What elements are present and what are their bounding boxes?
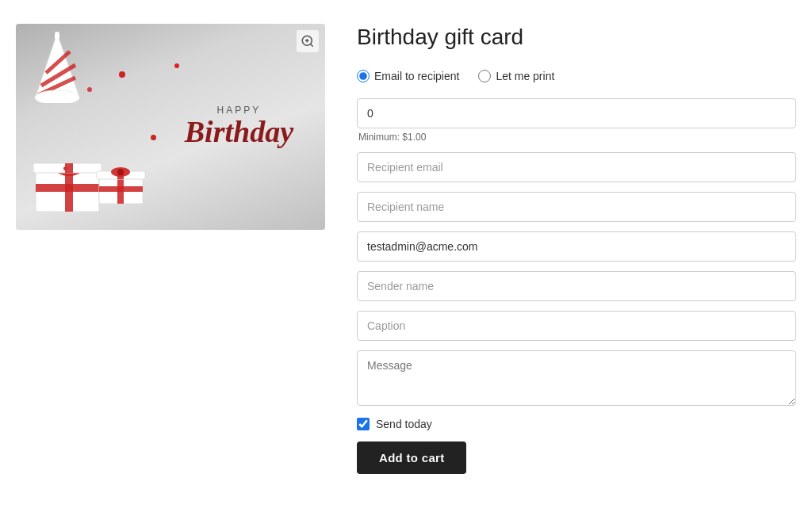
recipient-name-input[interactable] [357,192,796,222]
sender-name-input[interactable] [357,271,796,301]
confetti-2 [87,87,92,92]
recipient-email-group [357,152,796,182]
amount-input[interactable] [357,98,796,128]
product-image: HAPPY Birthday [16,24,325,230]
confetti-3 [151,135,156,140]
add-to-cart-button[interactable]: Add to cart [357,441,466,474]
product-form-section: Birthday gift card Email to recipient Le… [357,24,796,474]
confetti-4 [63,166,67,170]
send-today-checkbox[interactable] [357,418,370,430]
confetti-5 [174,63,179,68]
birthday-script-text: Birthday [185,116,293,149]
print-radio[interactable] [478,70,491,82]
recipient-email-input[interactable] [357,152,796,182]
confetti-1 [119,71,125,78]
svg-point-20 [117,169,124,175]
caption-group [357,311,796,341]
svg-line-22 [310,44,312,46]
happy-text: HAPPY [185,105,293,116]
send-today-label[interactable]: Send today [376,418,432,430]
email-radio-label: Email to recipient [374,70,459,82]
email-radio[interactable] [357,70,370,82]
delivery-options: Email to recipient Let me print [357,70,796,82]
message-textarea[interactable] [357,350,796,406]
zoom-icon[interactable] [297,30,319,52]
let-me-print-option[interactable]: Let me print [478,70,554,82]
amount-group: Minimum: $1.00 [357,98,796,143]
print-radio-label: Let me print [496,70,554,82]
product-image-section: HAPPY Birthday [16,24,325,230]
svg-point-4 [35,90,79,103]
birthday-text-area: HAPPY Birthday [185,105,293,149]
birthday-image-bg: HAPPY Birthday [16,24,325,230]
page-container: HAPPY Birthday Birthday gift card [0,0,812,498]
sender-email-group [357,231,796,262]
minimum-label: Minimum: $1.00 [357,132,796,143]
gift-box-small [95,160,147,206]
sender-name-group [357,271,796,301]
sender-email-input[interactable] [357,231,796,262]
svg-rect-8 [36,184,99,192]
svg-rect-16 [99,186,143,192]
email-to-recipient-option[interactable]: Email to recipient [357,70,459,82]
recipient-name-group [357,192,796,222]
svg-rect-5 [55,32,59,40]
product-title: Birthday gift card [357,24,796,51]
caption-input[interactable] [357,311,796,341]
send-today-row: Send today [357,418,796,430]
message-group [357,350,796,408]
party-hat [32,32,83,103]
